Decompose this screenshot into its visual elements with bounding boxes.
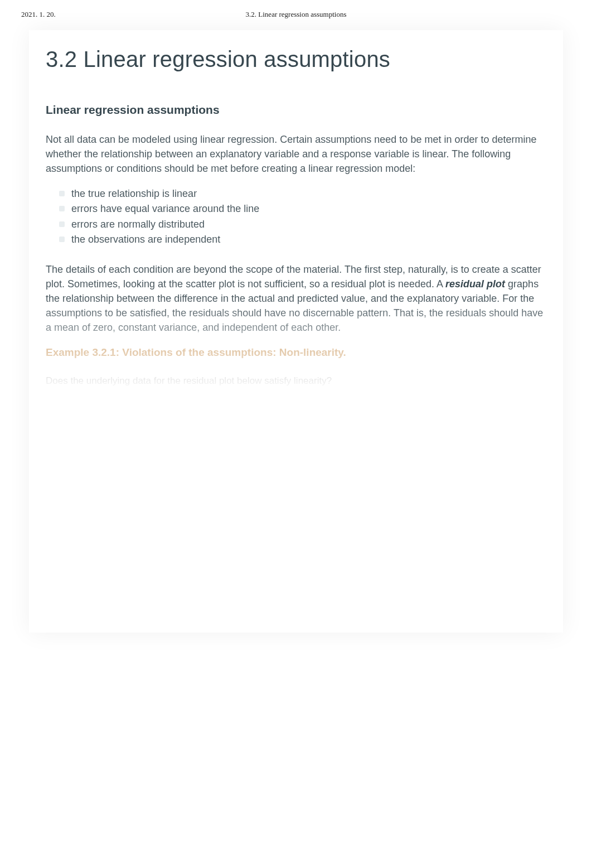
example-prompt: Does the underlying data for the residua…: [46, 375, 546, 387]
term-residual-plot: residual plot: [445, 278, 505, 290]
intro-paragraph: Not all data can be modeled using linear…: [46, 132, 546, 176]
assumptions-list: the true relationship is linear errors h…: [59, 187, 546, 247]
details-paragraph: The details of each condition are beyond…: [46, 262, 546, 335]
example-title: Example 3.2.1: Violations of the assumpt…: [46, 346, 546, 359]
example-block: Example 3.2.1: Violations of the assumpt…: [46, 346, 546, 387]
list-item: the observations are independent: [59, 233, 546, 247]
list-item: errors are normally distributed: [59, 218, 546, 232]
section-heading: Linear regression assumptions: [46, 103, 546, 117]
list-item: errors have equal variance around the li…: [59, 202, 546, 216]
header-date: 2021. 1. 20.: [21, 10, 56, 19]
header-title: 3.2. Linear regression assumptions: [246, 10, 347, 19]
page-title: 3.2 Linear regression assumptions: [46, 47, 546, 72]
list-item: the true relationship is linear: [59, 187, 546, 201]
page-print-header: 2021. 1. 20. 3.2. Linear regression assu…: [0, 0, 592, 19]
content-card: 3.2 Linear regression assumptions Linear…: [29, 30, 563, 633]
